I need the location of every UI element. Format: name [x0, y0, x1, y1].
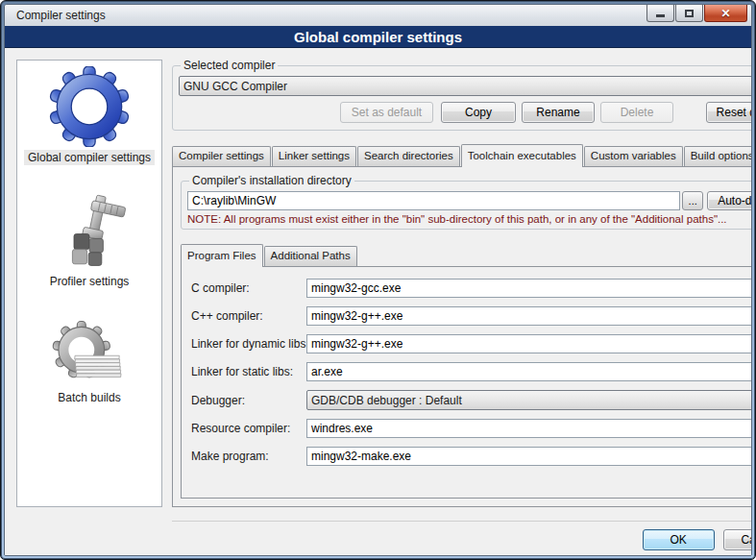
sidebar-item-label: Profiler settings	[46, 274, 134, 289]
close-icon: ✕	[720, 7, 730, 20]
group-label: Compiler's installation directory	[189, 174, 354, 187]
tab-search-directories[interactable]: Search directories	[357, 146, 460, 166]
dialog-footer: OK Cancel	[172, 522, 752, 550]
field-label: Debugger:	[191, 394, 306, 407]
caliper-icon	[51, 194, 128, 271]
maximize-button[interactable]	[675, 5, 703, 22]
maximize-icon	[685, 10, 694, 17]
close-button[interactable]: ✕	[704, 5, 747, 22]
sidebar-item-profiler-settings[interactable]: Profiler settings	[46, 194, 134, 289]
sidebar-item-label: Global compiler settings	[24, 150, 155, 165]
auto-detect-button[interactable]: Auto-detect	[707, 191, 752, 210]
tab-linker-settings[interactable]: Linker settings	[272, 146, 356, 166]
main-panel: Selected compiler GNU GCC Compiler Set a…	[172, 60, 752, 555]
tab-build-options[interactable]: Build options	[684, 146, 752, 166]
tab-toolchain-executables[interactable]: Toolchain executables	[461, 144, 583, 167]
copy-button[interactable]: Copy	[441, 102, 516, 123]
dialog-body: Global compiler settings	[5, 48, 751, 555]
field-label: Linker for static libs:	[191, 365, 306, 378]
sidebar-item-global-compiler-settings[interactable]: Global compiler settings	[24, 66, 155, 165]
group-label: Selected compiler	[181, 59, 278, 72]
field-row: Make program: ...	[191, 447, 752, 466]
window-title: Compiler settings	[16, 9, 646, 22]
program-files-page: C compiler: ... C++ compiler: ... Linker…	[181, 266, 752, 499]
field-label: Resource compiler:	[191, 422, 306, 435]
settings-category-list: Global compiler settings	[16, 60, 162, 507]
debugger-select-value: GDB/CDB debugger : Default	[311, 394, 752, 407]
dialog-header: Global compiler settings	[5, 26, 751, 48]
c-compiler-input[interactable]	[306, 279, 752, 298]
tab-compiler-settings[interactable]: Compiler settings	[172, 146, 271, 166]
compiler-select[interactable]: GNU GCC Compiler	[179, 76, 752, 96]
installation-directory-group: Compiler's installation directory ... Au…	[181, 181, 752, 230]
note-text: NOTE: All programs must exist either in …	[187, 213, 752, 225]
compiler-settings-dialog: Compiler settings ✕ Global compiler sett…	[4, 4, 752, 556]
tab-additional-paths[interactable]: Additional Paths	[264, 246, 357, 266]
cpp-compiler-input[interactable]	[306, 306, 752, 326]
field-label: Make program:	[191, 450, 306, 463]
minimize-icon	[656, 14, 665, 17]
field-row: Resource compiler: ...	[191, 419, 752, 438]
compiler-actions: Set as default Copy Rename Delete Reset …	[179, 102, 752, 123]
tab-custom-variables[interactable]: Custom variables	[584, 146, 683, 166]
set-as-default-button[interactable]: Set as default	[340, 102, 433, 123]
selected-compiler-group: Selected compiler GNU GCC Compiler Set a…	[172, 65, 752, 131]
window-frame: Compiler settings ✕ Global compiler sett…	[0, 0, 756, 560]
field-row: Debugger: GDB/CDB debugger : Default	[191, 390, 752, 410]
installation-directory-input[interactable]	[187, 191, 680, 210]
field-label: C++ compiler:	[191, 309, 306, 323]
sidebar-item-label: Batch builds	[54, 390, 124, 405]
field-label: C compiler:	[191, 281, 306, 295]
page-title: Global compiler settings	[294, 29, 462, 45]
browse-directory-button[interactable]: ...	[682, 191, 703, 210]
linker-dynamic-input[interactable]	[306, 334, 752, 353]
compiler-select-value: GNU GCC Compiler	[183, 80, 752, 93]
debugger-select[interactable]: GDB/CDB debugger : Default	[306, 390, 752, 410]
delete-button[interactable]: Delete	[600, 102, 673, 123]
make-program-input[interactable]	[306, 447, 752, 466]
field-row: C++ compiler: ...	[191, 306, 752, 326]
program-tabs: Program Files Additional Paths	[181, 243, 752, 266]
toolchain-executables-page: Compiler's installation directory ... Au…	[172, 166, 752, 507]
settings-tabs: Compiler settings Linker settings Search…	[172, 143, 752, 166]
title-bar[interactable]: Compiler settings ✕	[5, 5, 751, 26]
rename-button[interactable]: Rename	[522, 102, 595, 123]
resource-compiler-input[interactable]	[306, 419, 752, 438]
ok-button[interactable]: OK	[643, 529, 715, 550]
field-row: Linker for dynamic libs: ...	[191, 334, 752, 353]
blue-gear-icon	[47, 66, 132, 147]
cancel-button[interactable]: Cancel	[723, 529, 752, 550]
reset-defaults-button[interactable]: Reset defaults	[706, 102, 752, 123]
field-row: Linker for static libs: ...	[191, 362, 752, 381]
field-label: Linker for dynamic libs:	[191, 337, 306, 351]
sidebar-item-batch-builds[interactable]: Batch builds	[50, 320, 129, 405]
minimize-button[interactable]	[646, 5, 674, 22]
tab-program-files[interactable]: Program Files	[181, 244, 263, 267]
linker-static-input[interactable]	[306, 362, 752, 381]
field-row: C compiler: ...	[191, 279, 752, 298]
gray-gear-icon	[50, 320, 129, 387]
